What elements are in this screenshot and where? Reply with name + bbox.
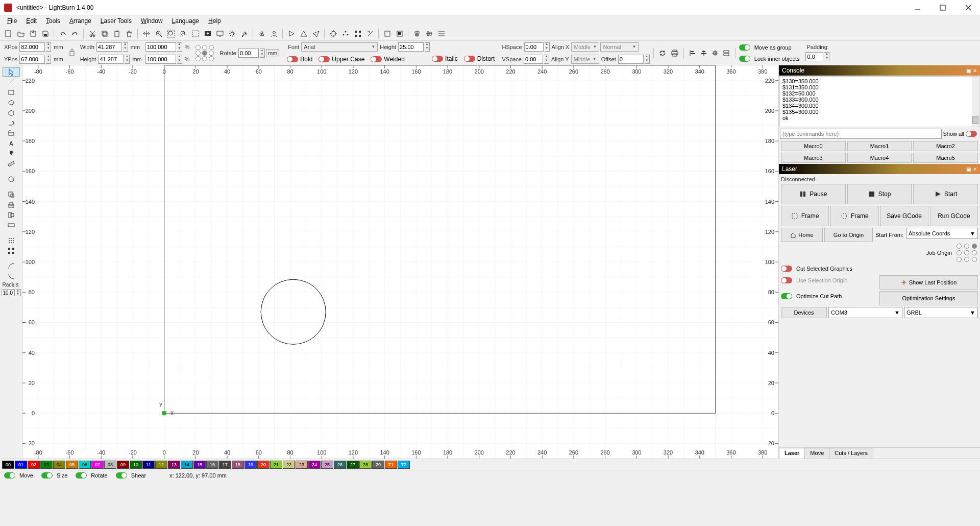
device-select[interactable]: GRBL▼ bbox=[904, 307, 978, 318]
macro-button[interactable]: Macro3 bbox=[781, 153, 846, 163]
gear-icon[interactable] bbox=[227, 28, 237, 39]
console-scrollbar[interactable] bbox=[972, 77, 979, 127]
macro-button[interactable]: Macro2 bbox=[913, 141, 978, 151]
align-h-icon[interactable] bbox=[424, 28, 434, 39]
align-middle-icon[interactable] bbox=[699, 48, 709, 58]
menu-window[interactable]: Window bbox=[137, 16, 167, 26]
target-icon[interactable] bbox=[328, 28, 338, 39]
minimize-button[interactable] bbox=[910, 3, 925, 13]
line-tool-icon[interactable] bbox=[3, 78, 20, 87]
vspace-input[interactable] bbox=[524, 55, 543, 64]
rect-tool-icon[interactable] bbox=[3, 88, 20, 97]
text-tool-icon[interactable]: A bbox=[3, 139, 20, 148]
pan-icon[interactable] bbox=[141, 28, 152, 39]
color-swatch[interactable]: 00 bbox=[2, 461, 14, 469]
color-swatch[interactable]: 04 bbox=[53, 461, 65, 469]
path-tool-icon[interactable] bbox=[3, 118, 20, 128]
color-swatch[interactable]: 11 bbox=[142, 461, 155, 469]
off-spinner[interactable]: ▲▼ bbox=[645, 55, 650, 64]
monitor-icon[interactable] bbox=[214, 28, 225, 39]
play-icon[interactable] bbox=[286, 28, 297, 39]
group-icon[interactable] bbox=[256, 28, 267, 39]
color-swatch[interactable]: 12 bbox=[155, 461, 167, 469]
maximize-button[interactable] bbox=[935, 3, 950, 13]
bold-toggle[interactable] bbox=[287, 56, 298, 62]
pct-spinner[interactable]: ▲▼ bbox=[177, 42, 182, 52]
color-swatch[interactable]: 15 bbox=[193, 461, 206, 469]
offset-input[interactable] bbox=[618, 55, 644, 64]
pcth-input[interactable] bbox=[145, 55, 176, 64]
devices-button[interactable]: Devices bbox=[781, 307, 827, 318]
paste-icon[interactable] bbox=[111, 28, 122, 39]
mm-button[interactable]: mm bbox=[266, 49, 279, 57]
color-swatch[interactable]: 17 bbox=[219, 461, 231, 469]
menu-edit[interactable]: Edit bbox=[22, 16, 41, 26]
status-size-toggle[interactable] bbox=[41, 472, 53, 479]
color-swatch[interactable]: T2 bbox=[398, 461, 410, 469]
color-swatch[interactable]: 03 bbox=[40, 461, 53, 469]
menu-file[interactable]: File bbox=[3, 16, 21, 26]
console-output[interactable]: $130=350.000$131=350.000$132=50.000$133=… bbox=[779, 76, 979, 127]
status-rotate-toggle[interactable] bbox=[76, 472, 87, 479]
pause-button[interactable]: Pause bbox=[781, 184, 846, 204]
menu-help[interactable]: Help bbox=[204, 16, 225, 26]
pct-spinner[interactable]: ▲▼ bbox=[177, 55, 182, 64]
color-swatch[interactable]: 26 bbox=[334, 461, 346, 469]
color-swatch[interactable]: 07 bbox=[91, 461, 104, 469]
console-input[interactable] bbox=[780, 129, 942, 139]
use-sel-toggle[interactable] bbox=[781, 277, 792, 283]
height-spinner[interactable]: ▲▼ bbox=[125, 55, 130, 64]
array-circular-icon[interactable] bbox=[340, 28, 351, 39]
zoom-in-icon[interactable] bbox=[153, 28, 164, 39]
delete-icon[interactable] bbox=[124, 28, 134, 39]
color-swatch[interactable]: 02 bbox=[28, 461, 40, 469]
curve-a-icon[interactable] bbox=[3, 261, 20, 271]
menu-laser-tools[interactable]: Laser Tools bbox=[96, 16, 136, 26]
distort-toggle[interactable] bbox=[464, 56, 475, 62]
vs-spinner[interactable]: ▲▼ bbox=[544, 55, 549, 64]
color-swatch[interactable]: 06 bbox=[79, 461, 91, 469]
tool-a-icon[interactable] bbox=[382, 28, 393, 39]
color-swatch[interactable]: 27 bbox=[347, 461, 359, 469]
user-icon[interactable] bbox=[268, 28, 279, 39]
welded-toggle[interactable] bbox=[371, 56, 382, 62]
frame-circle-button[interactable]: Frame bbox=[830, 206, 878, 226]
color-swatch[interactable]: 25 bbox=[321, 461, 333, 469]
show-all-toggle[interactable] bbox=[966, 131, 977, 137]
close-button[interactable] bbox=[961, 3, 976, 13]
radius-input[interactable] bbox=[2, 289, 15, 296]
redo-icon[interactable] bbox=[69, 28, 80, 39]
opt-settings-button[interactable]: Optimization Settings bbox=[879, 291, 978, 305]
tool-b-icon[interactable] bbox=[394, 28, 405, 39]
color-swatch[interactable]: 01 bbox=[15, 461, 27, 469]
send-icon[interactable] bbox=[310, 28, 321, 39]
job-origin-grid[interactable] bbox=[957, 244, 978, 262]
frame-box-button[interactable]: Frame bbox=[781, 206, 829, 226]
preview-icon[interactable] bbox=[202, 28, 213, 39]
lock-aspect-icon[interactable] bbox=[67, 42, 77, 64]
macro-button[interactable]: Macro0 bbox=[781, 141, 846, 151]
color-swatch[interactable]: 22 bbox=[283, 461, 295, 469]
zoom-sel-icon[interactable] bbox=[190, 28, 201, 39]
color-swatch[interactable]: 23 bbox=[296, 461, 308, 469]
italic-toggle[interactable] bbox=[432, 56, 443, 62]
lock-inner-toggle[interactable] bbox=[739, 56, 750, 62]
fh-spinner[interactable]: ▲▼ bbox=[425, 42, 430, 52]
alignx-select[interactable]: Middle▼ bbox=[571, 42, 599, 52]
color-swatch[interactable]: 29 bbox=[372, 461, 384, 469]
home-button[interactable]: Home bbox=[781, 228, 823, 242]
menu-arrange[interactable]: Arrange bbox=[65, 16, 95, 26]
show-last-pos-button[interactable]: Show Last Position bbox=[879, 275, 978, 290]
measure-tool-icon[interactable] bbox=[3, 159, 20, 169]
array-tool-icon[interactable] bbox=[3, 246, 20, 255]
node-edit-b-icon[interactable] bbox=[3, 200, 20, 209]
new-icon[interactable] bbox=[3, 28, 14, 39]
status-shear-toggle[interactable] bbox=[116, 472, 127, 479]
ellipse-tool-icon[interactable] bbox=[3, 98, 20, 107]
laser-popout-icon[interactable]: ▣ bbox=[966, 166, 971, 172]
color-swatch[interactable]: 28 bbox=[359, 461, 372, 469]
hspace-input[interactable] bbox=[524, 42, 544, 52]
macro-button[interactable]: Macro5 bbox=[913, 153, 978, 163]
color-swatch[interactable]: T1 bbox=[385, 461, 397, 469]
anchor-grid[interactable] bbox=[195, 45, 215, 61]
